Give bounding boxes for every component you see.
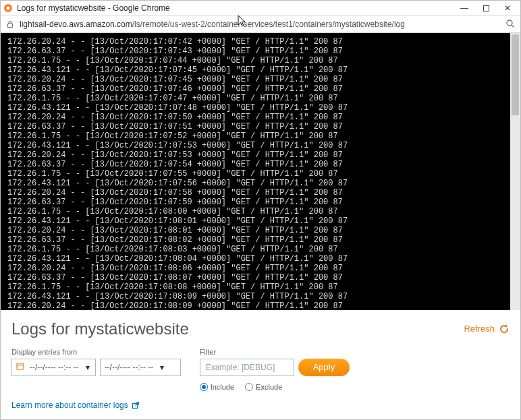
chevron-down-icon: ▾ xyxy=(84,363,91,372)
display-entries-label: Display entries from xyxy=(11,348,181,356)
radio-dot-selected xyxy=(200,383,208,391)
apply-button[interactable]: Apply xyxy=(298,359,350,376)
refresh-button[interactable]: Refresh xyxy=(464,324,510,334)
display-entries-group: Display entries from --/--/---- --:-- --… xyxy=(11,348,181,391)
calendar-icon xyxy=(16,362,24,372)
svg-rect-5 xyxy=(17,363,24,369)
svg-point-3 xyxy=(507,20,512,26)
exclude-radio[interactable]: Exclude xyxy=(245,383,282,391)
lock-icon xyxy=(6,20,14,28)
window-title: Logs for mystaticwebsite - Google Chrome xyxy=(17,3,454,13)
chrome-favicon xyxy=(3,3,13,13)
window-titlebar: Logs for mystaticwebsite - Google Chrome… xyxy=(1,1,520,16)
filter-input[interactable] xyxy=(200,359,294,376)
window-buttons: — ✕ xyxy=(454,3,518,13)
address-url: lightsail-devo.aws.amazon.com/ls/remote/… xyxy=(20,20,500,29)
page-title: Logs for mystaticwebsite xyxy=(11,320,189,338)
date-to-input[interactable]: --/--/---- --:-- -- ▾ xyxy=(100,359,181,376)
learn-more-link[interactable]: Learn more about container logs xyxy=(11,400,510,410)
refresh-icon xyxy=(499,324,510,334)
svg-line-4 xyxy=(512,25,514,28)
scrollbar[interactable] xyxy=(510,33,520,310)
minimize-button[interactable]: — xyxy=(460,3,469,13)
address-bar[interactable]: lightsail-devo.aws.amazon.com/ls/remote/… xyxy=(1,16,520,33)
log-controls-panel: Logs for mystaticwebsite Refresh Display… xyxy=(1,310,520,419)
include-radio[interactable]: Include xyxy=(200,383,234,391)
chevron-down-icon: ▾ xyxy=(159,363,165,372)
svg-point-1 xyxy=(7,7,10,10)
log-output: 172.26.20.24 - - [13/Oct/2020:17:07:42 +… xyxy=(1,33,510,310)
refresh-label: Refresh xyxy=(464,324,495,334)
filter-group: Filter Apply Include Exclude xyxy=(200,348,350,391)
search-icon[interactable] xyxy=(505,19,515,30)
radio-dot xyxy=(245,383,253,391)
scrollbar-thumb[interactable] xyxy=(512,34,519,115)
svg-rect-2 xyxy=(8,24,13,28)
close-button[interactable]: ✕ xyxy=(503,3,512,13)
filter-label: Filter xyxy=(200,348,350,356)
date-from-input[interactable]: --/--/---- --:-- -- ▾ xyxy=(11,359,96,376)
maximize-button[interactable] xyxy=(481,3,491,13)
external-link-icon xyxy=(132,401,140,409)
